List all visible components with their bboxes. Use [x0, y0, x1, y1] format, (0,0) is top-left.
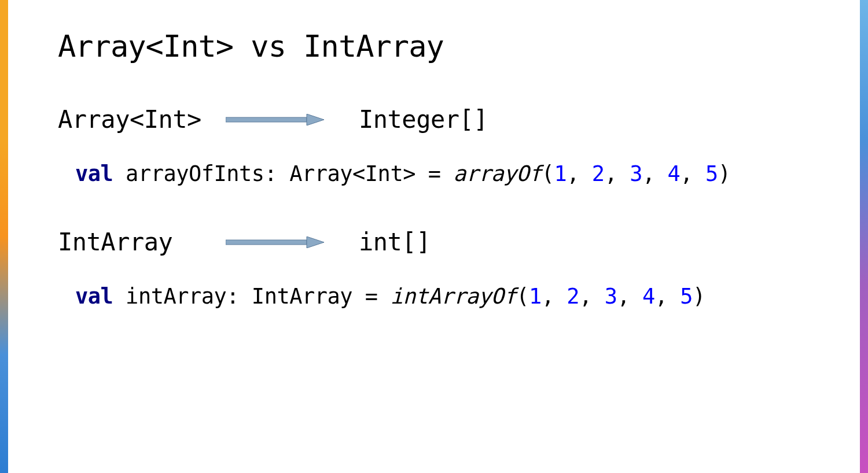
code-fn-2: intArrayOf [390, 284, 516, 309]
code-n1-1: 1 [554, 161, 567, 186]
keyword-val-2: val [75, 284, 113, 309]
code-c4-1: , [680, 161, 705, 186]
section-intarray: IntArray int[] val intArray: IntArray = … [58, 228, 868, 309]
code-n4-2: 4 [642, 284, 655, 309]
code-c2-2: , [579, 284, 605, 309]
code-c1-1: , [567, 161, 592, 186]
code-n4-1: 4 [668, 161, 681, 186]
java-type-2: int[] [359, 228, 431, 256]
code-open-1: ( [542, 161, 554, 186]
slide-border-left [0, 0, 8, 473]
keyword-val-1: val [75, 161, 113, 186]
java-type-1: Integer[] [359, 105, 488, 134]
code-n3-1: 3 [630, 161, 642, 186]
code-n2-2: 2 [567, 284, 579, 309]
code-close-2: ) [693, 284, 705, 309]
slide-title: Array<Int> vs IntArray [58, 29, 868, 64]
code-fn-1: arrayOf [453, 161, 541, 186]
code-var-2: intArray: IntArray = [113, 284, 390, 309]
arrow-icon [226, 236, 324, 248]
code-n5-1: 5 [705, 161, 718, 186]
code-n5-2: 5 [680, 284, 693, 309]
code-line-1: val arrayOfInts: Array<Int> = arrayOf(1,… [58, 161, 868, 186]
code-n2-1: 2 [592, 161, 605, 186]
code-line-2: val intArray: IntArray = intArrayOf(1, 2… [58, 284, 868, 309]
slide-content: Array<Int> vs IntArray Array<Int> Intege… [0, 0, 868, 473]
code-c1-2: , [542, 284, 567, 309]
svg-rect-2 [226, 240, 307, 245]
code-c2-1: , [605, 161, 630, 186]
code-var-1: arrayOfInts: Array<Int> = [113, 161, 453, 186]
kotlin-type-2: IntArray [58, 228, 226, 256]
svg-rect-0 [226, 117, 307, 122]
svg-marker-3 [307, 236, 324, 248]
mapping-row-1: Array<Int> Integer[] [58, 105, 868, 134]
section-array-int: Array<Int> Integer[] val arrayOfInts: Ar… [58, 105, 868, 186]
code-open-2: ( [516, 284, 529, 309]
kotlin-type-1: Array<Int> [58, 105, 226, 134]
code-n3-2: 3 [605, 284, 617, 309]
slide-border-right [860, 0, 868, 473]
code-c3-1: , [642, 161, 668, 186]
svg-marker-1 [307, 114, 324, 125]
code-close-1: ) [718, 161, 731, 186]
code-n1-2: 1 [529, 284, 542, 309]
mapping-row-2: IntArray int[] [58, 228, 868, 256]
code-c4-2: , [655, 284, 681, 309]
arrow-icon [226, 114, 324, 125]
code-c3-2: , [617, 284, 642, 309]
